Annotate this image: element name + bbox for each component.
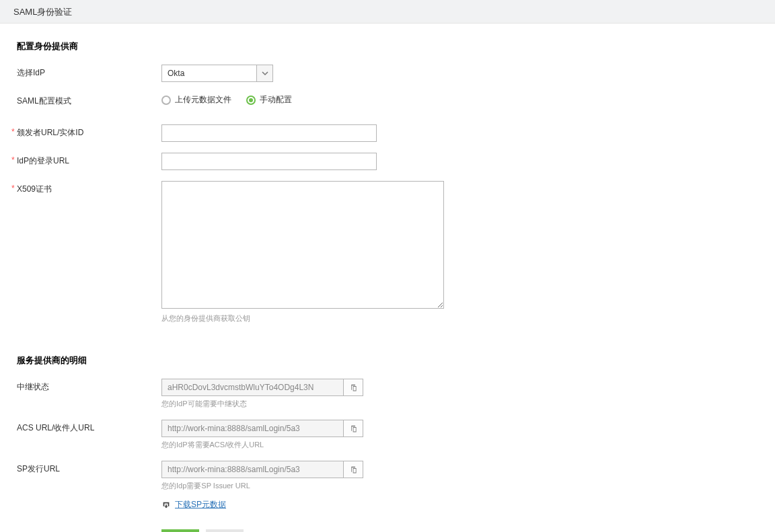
idp-login-url-input[interactable]: [161, 153, 377, 170]
issuer-url-label: 颁发者URL/实体ID: [17, 124, 161, 139]
radio-manual-config[interactable]: 手动配置: [246, 94, 292, 106]
x509-hint: 从您的身份提供商获取公钥: [161, 313, 772, 324]
idp-login-url-label: IdP的登录URL: [17, 153, 161, 167]
select-idp-chevron[interactable]: [256, 65, 272, 81]
acs-url-value: [161, 420, 343, 437]
x509-textarea[interactable]: [161, 181, 444, 309]
sp-issuer-copy-button[interactable]: [343, 461, 363, 478]
copy-icon: [349, 424, 358, 433]
acs-url-hint: 您的IdP将需要ACS/收件人URL: [161, 440, 772, 450]
config-mode-label: SAML配置模式: [17, 93, 161, 107]
download-icon: [161, 500, 171, 510]
relay-state-value: [161, 379, 343, 396]
relay-state-label: 中继状态: [17, 379, 161, 393]
select-idp-value: Okta: [162, 65, 256, 81]
radio-manual-label: 手动配置: [260, 94, 292, 106]
sp-issuer-value: [161, 461, 343, 478]
sp-issuer-label: SP发行URL: [17, 461, 161, 475]
save-button[interactable]: 保存: [161, 529, 199, 532]
sp-issuer-hint: 您的Idp需要SP Issuer URL: [161, 481, 772, 491]
page-title: SAML身份验证: [13, 7, 72, 17]
radio-upload-metadata[interactable]: 上传元数据文件: [161, 94, 231, 106]
cancel-button[interactable]: 取消: [206, 529, 244, 532]
download-sp-metadata-link[interactable]: 下载SP元数据: [175, 499, 226, 510]
acs-url-copy-button[interactable]: [343, 420, 363, 437]
page-header: SAML身份验证: [0, 0, 775, 24]
issuer-url-input[interactable]: [161, 124, 377, 142]
relay-state-copy-button[interactable]: [343, 379, 363, 396]
sp-section-title: 服务提供商的明细: [17, 354, 772, 367]
radio-circle-checked-icon: [246, 96, 256, 105]
select-idp-label: 选择IdP: [17, 65, 161, 79]
radio-upload-label: 上传元数据文件: [175, 94, 231, 106]
select-idp-dropdown[interactable]: Okta: [161, 65, 273, 82]
chevron-down-icon: [262, 70, 268, 77]
copy-icon: [349, 465, 358, 474]
relay-state-hint: 您的IdP可能需要中继状态: [161, 399, 772, 409]
acs-url-label: ACS URL/收件人URL: [17, 420, 161, 434]
idp-section-title: 配置身份提供商: [17, 40, 772, 52]
radio-circle-icon: [161, 96, 171, 105]
copy-icon: [349, 383, 358, 392]
x509-label: X509证书: [17, 181, 161, 195]
